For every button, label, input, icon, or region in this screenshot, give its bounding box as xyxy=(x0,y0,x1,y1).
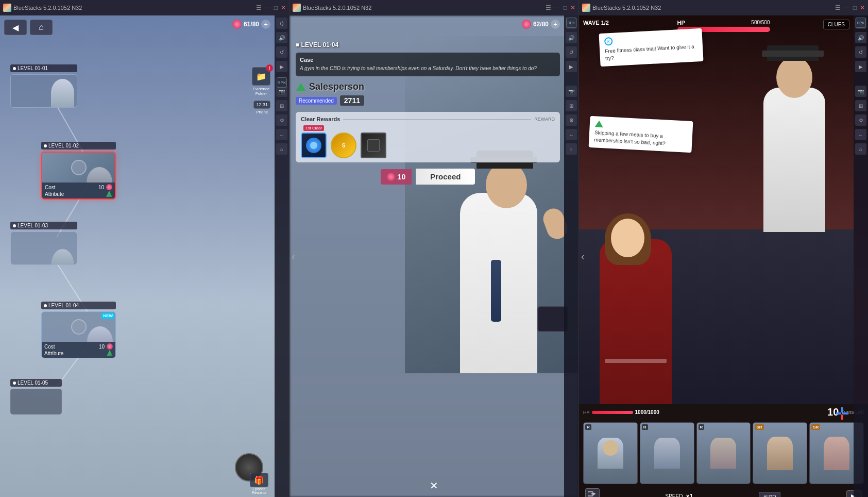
p2-tool-refresh[interactable]: ↺ xyxy=(566,46,577,58)
p3-tool-sound[interactable]: 🔊 xyxy=(855,32,866,43)
panel3-maximize-icon[interactable]: □ xyxy=(853,4,857,11)
side-tool-play[interactable]: ▶ xyxy=(276,61,287,72)
phone-label: Phone xyxy=(256,110,268,114)
panel3-minimize-icon[interactable]: — xyxy=(844,4,850,11)
p2-tool-back[interactable]: ← xyxy=(566,129,577,140)
battle-status-row: HP 1000/1000 10 Turns Left xyxy=(579,404,868,420)
side-tool-settings[interactable]: ⚙ xyxy=(276,114,287,126)
panel2-close-icon[interactable]: ✕ xyxy=(570,4,575,11)
level-01-01-label: LEVEL 01-01 xyxy=(10,64,77,72)
side-tool-back[interactable]: ← xyxy=(276,129,287,140)
panel3-menu-icon[interactable]: ☰ xyxy=(835,4,841,11)
hp-label: HP xyxy=(677,20,685,26)
first-clear-item xyxy=(301,132,327,158)
speed-value: ×1 xyxy=(686,493,693,498)
evidence-folder-button[interactable]: ! 📁 Evidence Folder xyxy=(252,67,270,96)
phone-button[interactable]: 12:31 Phone xyxy=(253,101,270,114)
auto-button[interactable]: AUTO xyxy=(759,492,781,498)
side-tool-rpm[interactable]: RPK xyxy=(277,77,287,88)
panel3-nav-left[interactable]: ‹ xyxy=(581,251,585,262)
p2-tool-home[interactable]: ⌂ xyxy=(566,143,577,155)
panel2-title: BlueStacks 5.2.0.1052 N32 xyxy=(303,5,371,11)
battle-enemy-figure xyxy=(756,36,838,232)
back-button[interactable]: ◀ xyxy=(4,20,27,35)
side-tool-arrows[interactable]: ⟨⟩ xyxy=(276,18,287,29)
enemy-hp-value: 1000/1000 xyxy=(635,409,659,415)
panel1-viewport: ◀ ⌂ 61/80 + ⟨⟩ 🔊 ↺ ▶ RPK 📷 ⊞ xyxy=(0,15,289,497)
panel2-nav-left[interactable]: ‹ xyxy=(292,251,295,262)
card5-rank: SR xyxy=(811,424,820,430)
panel2-energy-bar: 62/80 + xyxy=(522,20,560,29)
proceed-cost-icon xyxy=(387,173,395,181)
p2-tool-camera[interactable]: 📷 xyxy=(566,86,577,97)
panel1-menu-icon[interactable]: ☰ xyxy=(256,4,262,11)
level-01-02-node[interactable]: LEVEL 01-02 Cost 10 xyxy=(41,142,116,200)
p2-tool-settings[interactable]: ⚙ xyxy=(566,114,577,126)
card2-rank: R xyxy=(642,424,648,430)
panel1-titlebar: BlueStacks 5.2.0.1052 N32 ☰ — □ ✕ xyxy=(0,0,289,15)
p3-tool-play[interactable]: ▶ xyxy=(855,61,866,72)
panel2-energy-plus[interactable]: + xyxy=(551,20,560,29)
panel1-minimize-icon[interactable]: — xyxy=(265,4,271,11)
bubble1-icon: ✕ xyxy=(604,37,613,46)
panel2-menu-icon[interactable]: ☰ xyxy=(546,4,551,11)
side-tool-sound[interactable]: 🔊 xyxy=(276,32,287,43)
speech-bubble-2: Skipping a few meals to buy a membership… xyxy=(589,116,693,153)
p3-tool-refresh[interactable]: ↺ xyxy=(855,46,866,58)
level-01-04-node[interactable]: LEVEL 01-04 NEW Cost 10 xyxy=(41,302,116,358)
battle-card-4[interactable]: SR xyxy=(753,422,807,484)
energy-icon xyxy=(232,20,242,29)
speed-label: SPEED xyxy=(666,493,683,497)
level-01-03-node[interactable]: LEVEL 01-03 xyxy=(10,222,77,265)
p2-tool-rpm[interactable]: RPK xyxy=(566,18,576,28)
side-tool-refresh[interactable]: ↺ xyxy=(276,46,287,58)
dark-item xyxy=(361,132,386,158)
direction-indicator xyxy=(835,406,849,421)
episode-rewards-label: EpisodeRewards xyxy=(252,487,266,494)
card3-art xyxy=(697,423,751,484)
exit-button[interactable]: EXIT xyxy=(585,488,600,497)
proceed-button[interactable]: Proceed xyxy=(416,169,475,185)
p3-tool-rpm[interactable]: RPK xyxy=(856,18,866,28)
battle-card-3[interactable]: R xyxy=(696,422,751,484)
panel1-side-toolbar: ⟨⟩ 🔊 ↺ ▶ RPK 📷 ⊞ ⚙ ← ⌂ xyxy=(275,15,289,497)
battle-cards-row: R R xyxy=(579,420,868,486)
panel2-win-controls: ☰ — □ ✕ xyxy=(546,4,575,11)
panel1-maximize-icon[interactable]: □ xyxy=(274,4,278,11)
enemy-hp-bar xyxy=(592,411,633,414)
battle-card-2[interactable]: R xyxy=(640,422,694,484)
battle-card-1[interactable]: R xyxy=(583,422,638,484)
panel3-close-icon[interactable]: ✕ xyxy=(860,4,865,11)
panel1-logo xyxy=(3,4,11,12)
close-button[interactable]: ✕ xyxy=(430,479,438,492)
p2-tool-layers[interactable]: ⊞ xyxy=(566,100,577,111)
panel1-close-icon[interactable]: ✕ xyxy=(281,4,286,11)
p2-tool-sound[interactable]: 🔊 xyxy=(566,32,577,43)
card2-art xyxy=(640,423,694,484)
reward-label-right: REWARD xyxy=(534,117,555,122)
episode-rewards-button[interactable]: 🎁 EpisodeRewards xyxy=(250,473,268,494)
recommended-row: Recommended 2711 xyxy=(296,95,560,106)
home-button[interactable]: ⌂ xyxy=(30,20,53,35)
side-tool-layers[interactable]: ⊞ xyxy=(276,100,287,111)
panel-3: BlueStacks 5.2.0.1052 N32 ☰ — □ ✕ xyxy=(579,0,868,497)
panel2-logo xyxy=(293,4,301,12)
p3-tool-home[interactable]: ⌂ xyxy=(855,143,866,155)
char-name: Salesperson xyxy=(309,81,364,92)
panel2-maximize-icon[interactable]: □ xyxy=(564,4,567,11)
episode-rewards-icon: 🎁 xyxy=(250,473,268,487)
p3-tool-settings[interactable]: ⚙ xyxy=(855,114,866,126)
panel2-energy-icon xyxy=(522,20,531,29)
speech-bubble-1: ✕ Free fitness class trial! Want to give… xyxy=(599,28,703,67)
energy-plus-button[interactable]: + xyxy=(261,20,270,29)
level-01-01-node[interactable]: LEVEL 01-01 xyxy=(10,64,77,108)
p3-tool-layers[interactable]: ⊞ xyxy=(855,100,866,111)
folder-label: Evidence Folder xyxy=(253,87,270,96)
p2-tool-play[interactable]: ▶ xyxy=(566,61,577,72)
panel2-titlebar: BlueStacks 5.2.0.1052 N32 ☰ — □ ✕ xyxy=(290,0,578,15)
panel2-minimize-icon[interactable]: — xyxy=(554,4,560,11)
p3-tool-back[interactable]: ← xyxy=(855,129,866,140)
side-tool-home-mini[interactable]: ⌂ xyxy=(276,143,287,155)
p3-tool-camera[interactable]: 📷 xyxy=(855,86,866,97)
level-01-05-node[interactable]: LEVEL 01-05 xyxy=(10,379,62,415)
